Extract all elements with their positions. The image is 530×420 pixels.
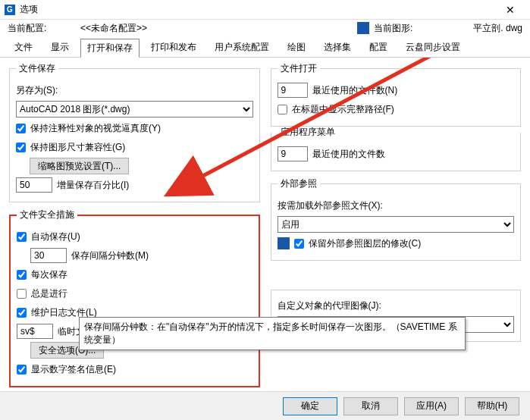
tab-selection[interactable]: 选择集 — [317, 38, 358, 57]
group-xref: 外部参照 按需加载外部参照文件(X): 启用 保留外部参照图层的修改(C) — [271, 177, 522, 261]
drawing-small-icon — [278, 237, 290, 249]
each-save-label: 每次保存 — [31, 268, 67, 281]
group-file-open: 文件打开 最近使用的文件数(N) 在标题中显示完整路径(F) — [271, 62, 522, 127]
tab-strip: 文件 显示 打开和保存 打印和发布 用户系统配置 绘图 选择集 配置 云盘同步设… — [0, 36, 530, 58]
xref-load-select[interactable]: 启用 — [278, 216, 515, 233]
tab-user-prefs[interactable]: 用户系统配置 — [208, 38, 276, 57]
info-row: 当前配置: <<未命名配置>> 当前图形: 平立剖. dwg — [0, 20, 530, 36]
current-config-value: <<未命名配置>> — [53, 22, 174, 35]
maintain-log-checkbox[interactable] — [17, 308, 27, 318]
saveas-label: 另存为(S): — [16, 84, 58, 97]
xref-retain-label: 保留外部参照图层的修改(C) — [309, 237, 422, 250]
saveas-format-select[interactable]: AutoCAD 2018 图形(*.dwg) — [16, 101, 253, 118]
keep-anno-label: 保持注释性对象的视觉逼真度(Y) — [30, 122, 161, 135]
recent-files-input[interactable] — [278, 83, 308, 98]
help-button[interactable]: 帮助(H) — [465, 397, 519, 415]
autosave-checkbox[interactable] — [17, 232, 27, 242]
recent-files-label: 最近使用的文件数(N) — [312, 84, 398, 97]
each-save-checkbox[interactable] — [17, 270, 27, 280]
fullpath-label: 在标题中显示完整路径(F) — [292, 103, 394, 116]
app-icon: G — [5, 5, 15, 15]
always-label: 总是进行 — [31, 287, 67, 300]
xref-retain-checkbox[interactable] — [294, 239, 304, 249]
options-panel: 文件保存 另存为(S): AutoCAD 2018 图形(*.dwg) 保持注释… — [0, 58, 530, 368]
keep-anno-checkbox[interactable] — [16, 124, 26, 133]
always-checkbox[interactable] — [17, 289, 27, 299]
appmenu-recent-input[interactable] — [278, 146, 308, 161]
titlebar: G 选项 ✕ — [0, 0, 530, 20]
group-file-save-legend: 文件保存 — [16, 62, 58, 75]
ok-button[interactable]: 确定 — [283, 397, 337, 415]
group-xref-legend: 外部参照 — [278, 177, 320, 190]
xref-load-label: 按需加载外部参照文件(X): — [278, 199, 383, 212]
tab-profiles[interactable]: 配置 — [362, 38, 394, 57]
show-sig-checkbox[interactable] — [17, 365, 27, 375]
current-config-label: 当前配置: — [8, 22, 53, 35]
autosave-label: 自动保存(U) — [31, 230, 80, 243]
thumbnail-settings-button[interactable]: 缩略图预览设置(T)... — [30, 158, 129, 174]
appmenu-recent-label: 最近使用的文件数 — [312, 148, 385, 161]
keep-dim-label: 保持图形尺寸兼容性(G) — [30, 141, 125, 154]
autosave-interval-label: 保存间隔分钟数(M) — [71, 249, 149, 262]
dialog-footer: 确定 取消 应用(A) 帮助(H) — [0, 391, 530, 420]
group-file-safety: 文件安全措施 自动保存(U) 保存间隔分钟数(M) 每次保存 总是进行 维护日志… — [9, 208, 260, 387]
incremental-save-label: 增量保存百分比(I) — [57, 179, 129, 192]
current-drawing-value: 平立剖. dwg — [473, 22, 522, 35]
group-file-safety-legend: 文件安全措施 — [17, 208, 77, 221]
show-sig-label: 显示数字签名信息(E) — [31, 363, 116, 376]
tab-display[interactable]: 显示 — [44, 38, 76, 57]
fullpath-checkbox[interactable] — [278, 105, 287, 114]
incremental-save-input[interactable] — [16, 177, 52, 193]
window-title: 选项 — [20, 3, 495, 16]
tooltip: 保存间隔分钟数：在"自动保存"为开的情况下，指定多长时间保存一次图形。（SAVE… — [79, 317, 466, 350]
tab-plot[interactable]: 打印和发布 — [144, 38, 203, 57]
keep-dim-checkbox[interactable] — [16, 143, 26, 152]
apply-button[interactable]: 应用(A) — [404, 397, 459, 415]
temp-ext-input[interactable] — [17, 324, 53, 339]
autosave-interval-input[interactable] — [30, 248, 67, 263]
close-icon[interactable]: ✕ — [495, 4, 525, 16]
tab-cloud[interactable]: 云盘同步设置 — [399, 38, 467, 57]
tab-file[interactable]: 文件 — [8, 38, 39, 57]
cancel-button[interactable]: 取消 — [343, 397, 398, 415]
tab-drafting[interactable]: 绘图 — [281, 38, 312, 57]
current-drawing-label: 当前图形: — [374, 22, 412, 35]
drawing-icon — [357, 22, 369, 34]
tab-open-save[interactable]: 打开和保存 — [80, 39, 140, 58]
group-file-open-legend: 文件打开 — [278, 62, 320, 75]
group-app-menu: 应用程序菜单 最近使用的文件数 — [271, 126, 522, 171]
proxy-custom-label: 自定义对象的代理图像(J): — [278, 299, 381, 312]
group-file-save: 文件保存 另存为(S): AutoCAD 2018 图形(*.dwg) 保持注释… — [9, 62, 260, 202]
group-app-menu-legend: 应用程序菜单 — [278, 126, 338, 139]
